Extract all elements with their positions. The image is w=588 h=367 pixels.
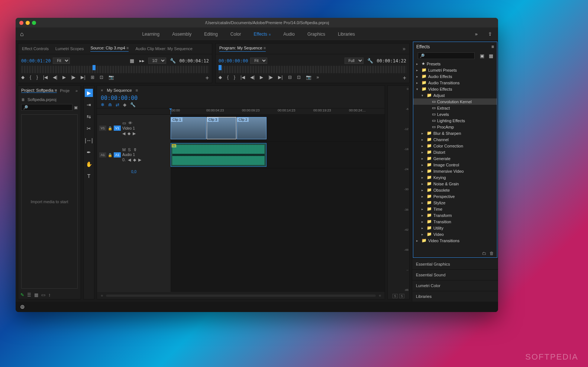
goto-out-icon[interactable]: ▶| — [81, 75, 85, 81]
linked-selection-value[interactable]: 0,0 — [97, 168, 171, 175]
link-icon[interactable]: ⇄ — [116, 102, 119, 107]
tab-audio-clip-mixer[interactable]: Audio Clip Mixer: My Sequence — [135, 46, 192, 51]
add-button-icon[interactable]: + — [206, 75, 209, 81]
source-res-select[interactable]: 1/2 — [148, 58, 166, 64]
extract-icon[interactable]: ⊡ — [297, 75, 301, 81]
fx-item-stylize[interactable]: ▸📁Stylize — [413, 199, 497, 206]
export-frame-icon[interactable]: 📷 — [306, 75, 311, 81]
marker-icon[interactable]: ◆ — [21, 75, 25, 81]
ws-tab-editing[interactable]: Editing — [204, 32, 218, 37]
ws-tab-color[interactable]: Color — [230, 32, 241, 37]
fx-item-transition[interactable]: ▸📁Transition — [413, 218, 497, 225]
fx-item-perspective[interactable]: ▸📁Perspective — [413, 193, 497, 199]
hand-tool-icon[interactable]: ✋ — [85, 160, 93, 168]
program-scrubber[interactable] — [219, 66, 406, 73]
program-res-select[interactable]: Full — [345, 58, 364, 64]
fx-item-audio-effects[interactable]: ▸📁Audio Effects — [413, 73, 497, 79]
new-folder-icon[interactable]: 🗀 — [482, 251, 487, 256]
icon-view-icon[interactable]: ▦ — [34, 292, 38, 298]
step-fwd-icon[interactable]: |▶ — [71, 75, 75, 81]
keyframe-next-icon[interactable]: ▶ — [138, 157, 141, 162]
eye-icon[interactable]: 👁 — [128, 121, 132, 126]
ws-tab-audio[interactable]: Audio — [283, 32, 295, 37]
goto-in-icon[interactable]: |◀ — [43, 75, 48, 81]
fx-item-convolution-kernel[interactable]: ▭Convolution Kernel — [413, 98, 497, 105]
ws-tab-learning[interactable]: Learning — [142, 32, 159, 37]
ws-tab-effects[interactable]: Effects≡ — [254, 32, 271, 37]
toggle-track-output-icon[interactable]: ▭ — [122, 121, 126, 126]
track-target-a1[interactable]: A1 — [114, 152, 121, 157]
goto-in-icon[interactable]: |◀ — [240, 75, 245, 81]
timeline-zoom-scrollbar[interactable] — [106, 295, 376, 297]
video-track-row[interactable]: Clip 1 Clip 3 Clip 2 — [171, 115, 385, 142]
clip-2[interactable]: Clip 2 — [237, 117, 266, 139]
ws-tab-assembly[interactable]: Assembly — [172, 32, 191, 37]
wrench-icon[interactable]: 🔧 — [366, 57, 375, 64]
solo-icon[interactable]: S — [128, 147, 130, 152]
fx-item-presets[interactable]: ▸★Presets — [413, 61, 497, 67]
add-button-icon[interactable]: + — [403, 75, 406, 81]
timeline-tc[interactable]: 00:00:00:00 — [97, 95, 385, 101]
fx-item-noise-grain[interactable]: ▸📁Noise & Grain — [413, 181, 497, 187]
custom-bin-icon[interactable]: ▦ — [487, 52, 495, 59]
panel-menu-icon[interactable]: ≡ — [491, 44, 494, 49]
mute-icon[interactable]: M — [122, 147, 126, 152]
playhead-icon[interactable] — [171, 108, 171, 114]
program-tc-in[interactable]: 00:00:00:00 — [219, 58, 248, 64]
source-vr-icon[interactable]: ▸▸ — [138, 57, 146, 64]
fx-item-time[interactable]: ▸📁Time — [413, 206, 497, 212]
lift-icon[interactable]: ⊟ — [288, 75, 292, 81]
track-select-tool-icon[interactable]: ⇥ — [85, 101, 93, 109]
record-icon[interactable]: 🎙 — [133, 147, 137, 152]
play-icon[interactable]: ▶ — [62, 75, 66, 81]
keyframe-prev-icon[interactable]: ◀ — [128, 157, 131, 162]
marker-tool-icon[interactable]: ◆ — [123, 102, 126, 107]
panel-essential-sound[interactable]: Essential Sound — [412, 269, 498, 280]
out-icon[interactable]: } — [234, 75, 235, 81]
panel-menu-icon[interactable]: » — [403, 46, 406, 52]
keyframe-next-icon[interactable]: ▶ — [133, 131, 136, 136]
overwrite-icon[interactable]: ⊡ — [100, 75, 103, 81]
insert-icon[interactable]: ⊞ — [91, 75, 94, 81]
lock-icon[interactable]: 🔒 — [108, 126, 112, 130]
program-zoom-select[interactable]: Fit — [250, 58, 267, 64]
source-zoom-select[interactable]: Fit — [53, 58, 70, 64]
clip-1[interactable]: Clip 1 — [171, 117, 206, 139]
selection-tool-icon[interactable]: ▶ — [85, 89, 93, 97]
tab-lumetri-scopes[interactable]: Lumetri Scopes — [55, 46, 84, 51]
keyframe-add-icon[interactable]: ◆ — [133, 157, 136, 162]
fx-item-video-effects[interactable]: ▾📁Video Effects — [413, 86, 497, 92]
share-icon[interactable]: ⇪ — [487, 30, 494, 38]
step-back-icon[interactable]: ◀| — [53, 75, 57, 81]
fx-item-obsolete[interactable]: ▸📁Obsolete — [413, 187, 497, 193]
audio-track-row[interactable]: fx — [171, 142, 385, 168]
overflow-icon[interactable]: » — [75, 88, 78, 93]
panel-libraries[interactable]: Libraries — [412, 291, 498, 302]
play-icon[interactable]: ▶ — [260, 75, 263, 81]
sort-icon[interactable]: ↕ — [48, 292, 51, 298]
source-patch-v1[interactable]: V1 — [99, 126, 106, 131]
track-v1-header[interactable]: V1 🔒 V1 ▭👁 Video 1 ◀◆▶ — [97, 115, 171, 142]
track-a1-header[interactable]: A1 🔒 A1 MS🎙 Audio 1 0.◀◆▶ — [97, 142, 171, 168]
wrench-icon[interactable]: 🔧 — [168, 57, 177, 64]
type-tool-icon[interactable]: T — [85, 172, 93, 180]
import-dropzone[interactable]: Import media to start — [21, 114, 78, 289]
export-frame-icon[interactable]: 📷 — [109, 75, 114, 81]
sequence-menu-icon[interactable]: ≡ — [136, 88, 138, 92]
snap-icon[interactable]: ❄ — [101, 102, 104, 107]
solo-left[interactable]: S — [392, 294, 398, 298]
delete-icon[interactable]: 🗑 — [490, 251, 494, 256]
fx-item-color-correction[interactable]: ▸📁Color Correction — [413, 143, 497, 149]
step-back-icon[interactable]: ◀| — [250, 75, 255, 81]
source-patch-a1[interactable]: A1 — [99, 152, 106, 157]
overflow-icon[interactable]: » — [317, 75, 319, 81]
panel-essential-graphics[interactable]: Essential Graphics — [412, 259, 498, 269]
in-icon[interactable]: { — [30, 75, 31, 81]
fx-item-blur-sharpen[interactable]: ▸📁Blur & Sharpen — [413, 130, 497, 136]
pen-tool-icon[interactable]: ✒ — [85, 148, 93, 156]
minimize-icon[interactable] — [26, 21, 30, 25]
keyframe-prev-icon[interactable]: ◀ — [122, 131, 125, 136]
sequence-name[interactable]: My Sequence — [107, 88, 132, 92]
fx-item-lumetri-presets[interactable]: ▸📁Lumetri Presets — [413, 67, 497, 73]
track-target-v1[interactable]: V1 — [114, 126, 121, 131]
